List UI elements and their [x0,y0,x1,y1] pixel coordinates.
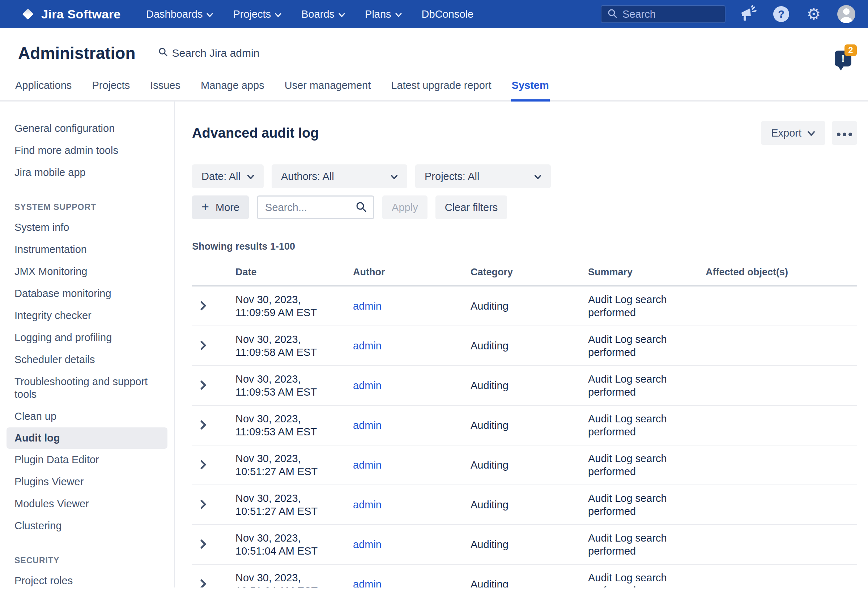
expand-row-button[interactable] [199,539,207,550]
nav-item-dbconsole[interactable]: DbConsole [422,8,474,20]
filter-search[interactable] [257,196,374,219]
search-icon [158,47,168,59]
author-link[interactable]: admin [353,578,382,587]
sidebar-item-clean-up[interactable]: Clean up [0,405,174,427]
nav-search-input[interactable] [622,8,760,21]
sidebar-item-general-configuration[interactable]: General configuration [0,118,174,140]
audit-log-table: DateAuthorCategorySummaryAffected object… [192,263,857,587]
time-line: 11:09:58 AM EST [235,346,346,359]
table-row: Nov 30, 2023,11:09:53 AM ESTadminAuditin… [192,405,857,445]
nav-search[interactable] [601,5,725,23]
sidebar-item-audit-log[interactable]: Audit log [6,427,167,449]
cell-category: Auditing [463,405,581,445]
expand-row-button[interactable] [199,419,207,431]
author-link[interactable]: admin [353,340,382,352]
sidebar-item-troubleshooting-and-support-tools[interactable]: Troubleshooting and support tools [0,371,174,405]
filter-search-input[interactable] [264,201,351,214]
tab-user-management[interactable]: User management [284,79,372,100]
date-line: Nov 30, 2023, [235,372,346,385]
jira-logo-icon [20,6,35,22]
sidebar-item-scheduler-details[interactable]: Scheduler details [0,349,174,371]
export-button[interactable]: Export [761,121,825,145]
expand-row-button[interactable] [199,340,207,352]
summary-text: Audit Log search performed [588,333,698,359]
top-navigation: Jira Software DashboardsProjectsBoardsPl… [0,0,868,28]
sidebar-item-find-more-admin-tools[interactable]: Find more admin tools [0,140,174,162]
sidebar-item-integrity-checker[interactable]: Integrity checker [0,305,174,327]
more-filters-button[interactable]: + More [192,196,249,219]
clear-filters-button[interactable]: Clear filters [435,196,508,219]
chevron-down-icon [807,127,815,139]
sidebar-item-plugin-data-editor[interactable]: Plugin Data Editor [0,449,174,471]
search-icon [355,201,367,214]
sidebar-item-database-monitoring[interactable]: Database monitoring [0,282,174,305]
expand-row-button[interactable] [199,300,207,312]
expand-row-button[interactable] [199,380,207,391]
author-link[interactable]: admin [353,539,382,550]
author-link[interactable]: admin [353,380,382,391]
author-link[interactable]: admin [353,419,382,431]
nav-item-label: Boards [301,8,335,20]
page-actions: Export [761,121,857,145]
more-actions-button[interactable] [832,121,857,145]
sidebar-item-logging-and-profiling[interactable]: Logging and profiling [0,327,174,349]
cell-date: Nov 30, 2023,10:51:04 AM EST [228,525,346,564]
author-link[interactable]: admin [353,459,382,471]
sidebar-item-clustering[interactable]: Clustering [0,515,174,537]
authors-filter-label: Authors: All [281,171,334,182]
author-link[interactable]: admin [353,300,382,312]
projects-filter[interactable]: Projects: All [415,165,551,188]
tab-manage-apps[interactable]: Manage apps [200,79,265,100]
date-filter[interactable]: Date: All [192,165,264,188]
table-row: Nov 30, 2023,11:09:53 AM ESTadminAuditin… [192,366,857,405]
table-row: Nov 30, 2023,11:09:58 AM ESTadminAuditin… [192,326,857,366]
more-filters-label: More [216,202,239,213]
admin-search-link[interactable]: Search Jira admin [158,47,260,59]
main-panel: Advanced audit log Export [175,102,868,587]
sidebar-item-instrumentation[interactable]: Instrumentation [0,238,174,260]
sidebar-item-modules-viewer[interactable]: Modules Viewer [0,493,174,515]
settings-button[interactable]: ⚙ [805,5,823,24]
expand-row-button[interactable] [199,578,207,588]
expand-row-button[interactable] [199,459,207,471]
tab-system[interactable]: System [511,79,550,100]
filters-row-2: + More Apply Clear filters [192,196,857,219]
apply-button[interactable]: Apply [382,196,428,219]
cell-category: Auditing [463,485,581,525]
sidebar-item-jira-mobile-app[interactable]: Jira mobile app [0,162,174,184]
tab-applications[interactable]: Applications [15,79,72,100]
summary-text: Audit Log search performed [588,372,698,399]
admin-search-label: Search Jira admin [172,47,260,59]
sidebar-item-plugins-viewer[interactable]: Plugins Viewer [0,471,174,493]
nav-item-dashboards[interactable]: Dashboards [146,8,213,20]
cell-date: Nov 30, 2023,10:51:04 AM EST [228,564,346,587]
notification-button[interactable]: ! 2 [835,51,851,66]
time-line: 11:09:53 AM EST [235,385,346,399]
section-title: Advanced audit log [192,125,319,141]
author-link[interactable]: admin [353,499,382,511]
chevron-right-icon [199,419,207,431]
sidebar-item-project-roles[interactable]: Project roles [0,570,174,587]
expand-row-button[interactable] [199,499,207,511]
filters-row-1: Date: All Authors: All Projects: All [192,165,857,188]
column-affected-object-s: Affected object(s) [698,263,857,286]
tab-latest-upgrade-report[interactable]: Latest upgrade report [390,79,492,100]
nav-item-projects[interactable]: Projects [233,8,282,20]
date-line: Nov 30, 2023, [235,531,346,544]
tab-issues[interactable]: Issues [149,79,181,100]
nav-right: ? ⚙ [601,5,856,24]
jira-logo[interactable]: Jira Software [20,6,121,22]
cell-affected-objects [698,286,857,326]
chevron-down-icon [391,171,398,182]
help-button[interactable]: ? [772,5,791,24]
profile-button[interactable] [837,5,856,24]
cell-date: Nov 30, 2023,11:09:59 AM EST [228,286,346,326]
announcement-button[interactable] [739,5,758,24]
authors-filter[interactable]: Authors: All [272,165,407,188]
nav-item-plans[interactable]: Plans [365,8,402,20]
tab-projects[interactable]: Projects [91,79,131,100]
nav-item-boards[interactable]: Boards [301,8,345,20]
sidebar-item-jmx-monitoring[interactable]: JMX Monitoring [0,260,174,282]
primary-nav: DashboardsProjectsBoardsPlansDbConsole [146,8,474,20]
sidebar-item-system-info[interactable]: System info [0,216,174,238]
